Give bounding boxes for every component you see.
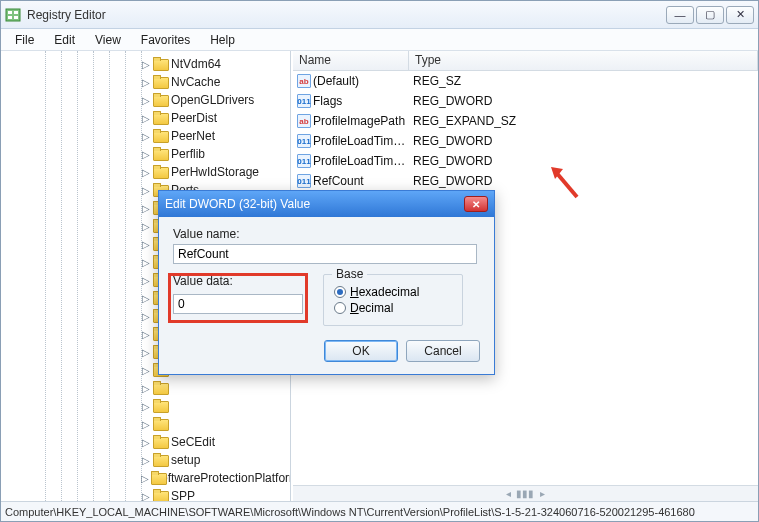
- expand-icon[interactable]: ▷: [141, 311, 151, 321]
- menubar: File Edit View Favorites Help: [1, 29, 758, 51]
- tree-item-label: PerHwIdStorage: [171, 165, 259, 179]
- expand-icon[interactable]: ▷: [141, 329, 151, 339]
- minimize-button[interactable]: —: [666, 6, 694, 24]
- menu-help[interactable]: Help: [200, 29, 245, 50]
- tree-item[interactable]: ▷: [141, 379, 289, 397]
- window-buttons: — ▢ ✕: [666, 6, 754, 24]
- tree-item[interactable]: ▷: [141, 415, 289, 433]
- expand-icon[interactable]: ▷: [141, 239, 151, 249]
- value-name: ProfileLoadTime...: [313, 134, 409, 148]
- close-button[interactable]: ✕: [726, 6, 754, 24]
- expand-icon[interactable]: ▷: [141, 419, 151, 429]
- expand-icon[interactable]: ▷: [141, 293, 151, 303]
- svg-rect-3: [8, 16, 12, 19]
- folder-icon: [153, 129, 169, 143]
- expand-icon[interactable]: ▷: [141, 95, 151, 105]
- value-type: REG_DWORD: [409, 174, 756, 188]
- expand-icon[interactable]: ▷: [141, 347, 151, 357]
- list-row[interactable]: 011ProfileLoadTime...REG_DWORD: [293, 131, 758, 151]
- value-name: Flags: [313, 94, 409, 108]
- expand-icon[interactable]: ▷: [141, 383, 151, 393]
- expand-icon[interactable]: ▷: [141, 365, 151, 375]
- expand-icon[interactable]: ▷: [141, 185, 151, 195]
- tree-item-label: setup: [171, 453, 200, 467]
- titlebar: Registry Editor — ▢ ✕: [1, 1, 758, 29]
- value-name-label: Value name:: [173, 227, 480, 241]
- reg-string-icon: ab: [297, 114, 311, 128]
- tree-item[interactable]: ▷SeCEdit: [141, 433, 289, 451]
- expand-icon[interactable]: ▷: [141, 113, 151, 123]
- maximize-button[interactable]: ▢: [696, 6, 724, 24]
- tree-item[interactable]: ▷setup: [141, 451, 289, 469]
- expand-icon[interactable]: ▷: [141, 77, 151, 87]
- expand-icon[interactable]: ▷: [141, 131, 151, 141]
- reg-binary-icon: 011: [297, 174, 311, 188]
- tree-item[interactable]: ▷NvCache: [141, 73, 289, 91]
- value-type: REG_DWORD: [409, 154, 756, 168]
- tree-item[interactable]: ▷OpenGLDrivers: [141, 91, 289, 109]
- value-data-input[interactable]: [173, 294, 303, 314]
- column-type[interactable]: Type: [409, 51, 758, 70]
- folder-icon: [153, 417, 169, 431]
- menu-edit[interactable]: Edit: [44, 29, 85, 50]
- expand-icon[interactable]: ▷: [141, 455, 151, 465]
- ok-button[interactable]: OK: [324, 340, 398, 362]
- expand-icon[interactable]: ▷: [141, 275, 151, 285]
- radio-dot-icon: [334, 302, 346, 314]
- tree-item[interactable]: ▷Perflib: [141, 145, 289, 163]
- svg-rect-4: [14, 16, 18, 19]
- list-row[interactable]: 011RefCountREG_DWORD: [293, 171, 758, 191]
- expand-icon[interactable]: ▷: [141, 167, 151, 177]
- folder-icon: [153, 165, 169, 179]
- cancel-button[interactable]: Cancel: [406, 340, 480, 362]
- list-row[interactable]: 011ProfileLoadTime...REG_DWORD: [293, 151, 758, 171]
- radio-decimal[interactable]: Decimal: [334, 301, 452, 315]
- base-legend: Base: [332, 267, 367, 281]
- expand-icon[interactable]: ▷: [141, 437, 151, 447]
- tree-item[interactable]: ▷PeerNet: [141, 127, 289, 145]
- folder-icon: [153, 489, 169, 501]
- radio-hexadecimal[interactable]: Hexadecimal: [334, 285, 452, 299]
- tree-item[interactable]: ▷NtVdm64: [141, 55, 289, 73]
- menu-favorites[interactable]: Favorites: [131, 29, 200, 50]
- value-type: REG_DWORD: [409, 134, 756, 148]
- expand-icon[interactable]: ▷: [141, 221, 151, 231]
- column-name[interactable]: Name: [293, 51, 409, 70]
- value-type: REG_SZ: [409, 74, 756, 88]
- dialog-titlebar[interactable]: Edit DWORD (32-bit) Value ✕: [159, 191, 494, 217]
- list-row[interactable]: ab(Default)REG_SZ: [293, 71, 758, 91]
- tree-item-label: SPP: [171, 489, 195, 501]
- list-row[interactable]: abProfileImagePathREG_EXPAND_SZ: [293, 111, 758, 131]
- tree-item[interactable]: ▷PeerDist: [141, 109, 289, 127]
- horizontal-scrollbar[interactable]: ◂ ▮▮▮ ▸: [293, 485, 758, 501]
- value-name-input[interactable]: [173, 244, 477, 264]
- tree-item[interactable]: ▷PerHwIdStorage: [141, 163, 289, 181]
- reg-binary-icon: 011: [297, 94, 311, 108]
- svg-rect-2: [14, 11, 18, 14]
- expand-icon[interactable]: ▷: [141, 203, 151, 213]
- folder-icon: [153, 57, 169, 71]
- expand-icon[interactable]: ▷: [141, 401, 151, 411]
- dialog-body: Value name: Value data: Base Hexadecimal…: [159, 217, 494, 374]
- tree-item-label: PeerNet: [171, 129, 215, 143]
- tree-item[interactable]: ▷SoftwareProtectionPlatform: [141, 469, 289, 487]
- tree-item[interactable]: ▷SPP: [141, 487, 289, 501]
- menu-view[interactable]: View: [85, 29, 131, 50]
- tree-item[interactable]: ▷: [141, 397, 289, 415]
- window-title: Registry Editor: [27, 8, 666, 22]
- menu-file[interactable]: File: [5, 29, 44, 50]
- radio-dot-icon: [334, 286, 346, 298]
- list-header[interactable]: Name Type: [293, 51, 758, 71]
- expand-icon[interactable]: ▷: [141, 149, 151, 159]
- tree-item-label: NtVdm64: [171, 57, 221, 71]
- expand-icon[interactable]: ▷: [141, 491, 151, 501]
- folder-icon: [153, 381, 169, 395]
- expand-icon[interactable]: ▷: [141, 473, 149, 483]
- folder-icon: [153, 453, 169, 467]
- expand-icon[interactable]: ▷: [141, 257, 151, 267]
- folder-icon: [153, 147, 169, 161]
- list-row[interactable]: 011FlagsREG_DWORD: [293, 91, 758, 111]
- svg-rect-0: [6, 9, 20, 21]
- dialog-close-button[interactable]: ✕: [464, 196, 488, 212]
- expand-icon[interactable]: ▷: [141, 59, 151, 69]
